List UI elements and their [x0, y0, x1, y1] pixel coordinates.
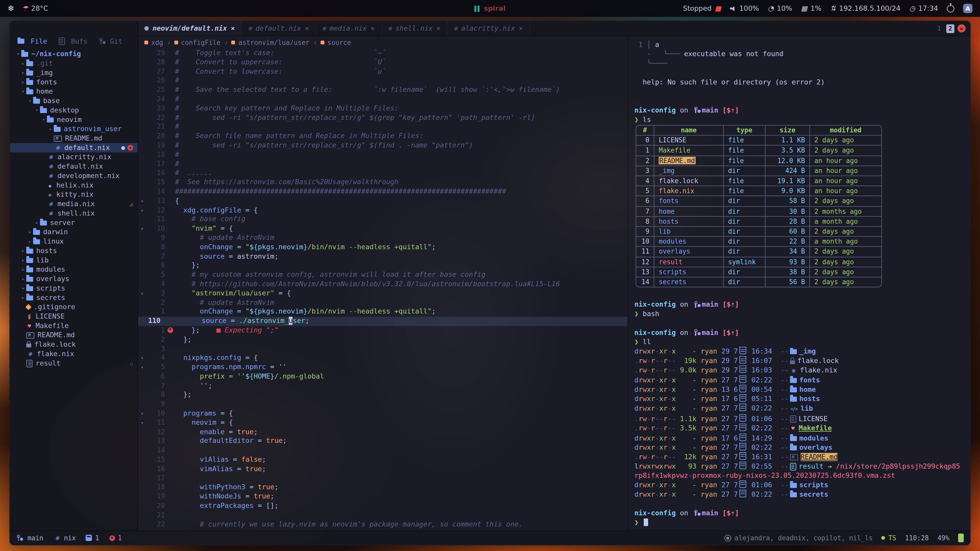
fold-column[interactable]	[138, 86, 146, 95]
code-line[interactable]: 17	[138, 474, 628, 483]
tree-item[interactable]: darwin	[10, 227, 138, 237]
fold-open-icon[interactable]	[140, 206, 144, 214]
tree-item[interactable]: home	[10, 87, 138, 96]
fold-column[interactable]	[138, 215, 146, 224]
buffer-count[interactable]: 1	[86, 534, 99, 541]
expand-icon[interactable]	[20, 248, 26, 254]
code-line[interactable]: 20 # Search file name pattern and Replac…	[138, 132, 628, 141]
code-line[interactable]: 23 # Search key pattern and Replace in M…	[138, 104, 628, 113]
code-line[interactable]: 27 # Convert to lowercase: `u`	[138, 67, 628, 76]
tree-item[interactable]: _img	[10, 68, 138, 78]
code-line[interactable]: 24 #	[138, 95, 628, 104]
tree-item[interactable]: flake.lock	[10, 340, 138, 349]
fold-column[interactable]	[138, 76, 146, 86]
editor-tab[interactable]: default.nix	[242, 21, 316, 35]
code-line[interactable]: 16 vimAlias = true;	[138, 465, 628, 474]
fold-column[interactable]	[138, 104, 146, 113]
breadcrumb-item[interactable]: astronvim/lua/user	[224, 38, 310, 47]
expand-icon[interactable]	[20, 295, 26, 300]
code-line[interactable]: 4 nixpkgs.config = {	[138, 354, 628, 363]
code-line[interactable]: 14	[138, 446, 628, 455]
code-line[interactable]: 5 # my cusotom astronvim config, astronv…	[138, 271, 628, 280]
tree-item[interactable]: shell.nix	[10, 209, 138, 218]
fold-column[interactable]	[138, 455, 146, 465]
code-line[interactable]: 21	[138, 511, 628, 520]
fold-column[interactable]	[138, 446, 146, 455]
code-line[interactable]: 11 # base config	[138, 215, 628, 224]
code-line[interactable]: 6 };	[138, 261, 628, 270]
tab-close-icon[interactable]	[436, 24, 441, 33]
fold-column[interactable]	[138, 206, 146, 215]
code-line[interactable]: 28 # Convert to uppercase: `U`	[138, 58, 628, 67]
fold-column[interactable]	[138, 409, 146, 418]
expand-icon[interactable]	[27, 239, 33, 245]
tree-item[interactable]: linux	[10, 237, 138, 246]
expand-icon[interactable]	[41, 117, 47, 122]
tab-close-icon[interactable]	[371, 24, 375, 33]
fold-column[interactable]	[138, 243, 146, 252]
expand-icon[interactable]	[34, 107, 40, 113]
media-player-widget[interactable]: Stopped	[683, 4, 721, 13]
fold-column[interactable]	[138, 224, 146, 233]
code-line[interactable]: 13 {	[138, 197, 628, 206]
code-line[interactable]: 7 source = astronvim;	[138, 252, 628, 261]
fold-column[interactable]	[138, 49, 146, 58]
tree-item[interactable]: LICENSE	[10, 312, 138, 321]
code-line[interactable]: 2 # update AstroNvim	[138, 298, 628, 307]
code-line[interactable]: 12 enable = true;	[138, 428, 628, 437]
tabpage-1[interactable]: 1	[935, 24, 943, 33]
fold-column[interactable]	[138, 400, 146, 409]
fold-column[interactable]	[138, 114, 146, 123]
tree-source-tab[interactable]: Git	[99, 37, 123, 45]
expand-icon[interactable]	[15, 51, 21, 57]
tab-close-icon[interactable]	[305, 24, 309, 33]
tree-item[interactable]: base	[10, 96, 138, 106]
tree-item[interactable]: astronvim_user	[10, 124, 138, 134]
fold-open-icon[interactable]	[140, 354, 144, 362]
fold-column[interactable]	[138, 492, 146, 502]
code-line[interactable]: 9	[138, 400, 628, 409]
code-line[interactable]: 6 prefix = ''${HOME}/.npm-global	[138, 372, 628, 381]
tree-item[interactable]: overlays	[10, 274, 138, 284]
fold-column[interactable]	[138, 141, 146, 150]
expand-icon[interactable]	[20, 286, 26, 291]
fold-open-icon[interactable]	[140, 409, 144, 417]
fold-column[interactable]	[138, 58, 146, 67]
breadcrumb-item[interactable]: configFile	[167, 38, 221, 47]
fold-column[interactable]	[138, 95, 146, 104]
tree-item[interactable]: README.md	[10, 134, 138, 143]
tree-item[interactable]: hosts	[10, 246, 138, 256]
code-line[interactable]: 13 defaultEditor = true;	[138, 437, 628, 446]
tabpage-2[interactable]: 2	[946, 24, 955, 33]
code-line[interactable]: 22 # currently we use lazy.nvim as neovi…	[138, 520, 628, 529]
fold-column[interactable]	[138, 280, 146, 289]
code-line[interactable]: 2 };	[138, 335, 628, 345]
expand-icon[interactable]	[20, 79, 26, 85]
fold-column[interactable]	[138, 511, 146, 520]
tree-item[interactable]: .git	[10, 59, 138, 68]
editor-tab[interactable]: alacritty.nix	[447, 21, 530, 35]
tree-item[interactable]: kitty.nix	[10, 190, 138, 199]
tree-item[interactable]: README.md	[10, 330, 138, 340]
fold-column[interactable]	[138, 345, 146, 354]
code-line[interactable]: 21 #	[138, 123, 628, 132]
code-line[interactable]: 3	[138, 345, 628, 354]
code-line[interactable]: 19 # sed -ri "s/pattern_str/replace_str/…	[138, 141, 628, 150]
fold-column[interactable]	[138, 317, 146, 326]
tree-item[interactable]: helix.nix	[10, 181, 138, 190]
code-line[interactable]: 5 programs.npm.npmrc = ''	[138, 363, 628, 372]
code-line[interactable]: 1 onChange = "${pkgs.neovim}/bin/nvim --…	[138, 308, 628, 317]
tree-item[interactable]: default.nix	[10, 143, 138, 152]
code-line[interactable]: 15 viAlias = false;	[138, 455, 628, 465]
tree-item[interactable]: default.nix	[10, 162, 138, 171]
code-line[interactable]: 8 onChange = "${pkgs.neovim}/bin/nvim --…	[138, 243, 628, 252]
tree-source-tab[interactable]: Bufs	[59, 37, 88, 45]
expand-icon[interactable]	[20, 89, 26, 94]
expand-icon[interactable]	[20, 276, 26, 282]
breadcrumb-item[interactable]: source	[313, 38, 351, 47]
fold-column[interactable]	[138, 308, 146, 317]
tree-item[interactable]: secrets	[10, 293, 138, 303]
tree-item[interactable]: alacritty.nix	[10, 152, 138, 162]
code-area[interactable]: 29 # Toggle text's case: `~` 28	[138, 49, 628, 530]
expand-icon[interactable]	[34, 220, 40, 225]
